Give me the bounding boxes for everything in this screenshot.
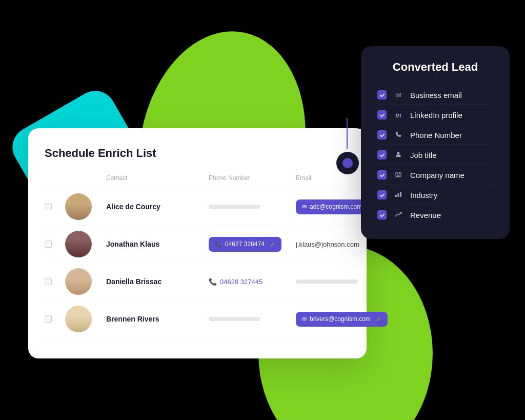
revenue-icon — [393, 211, 404, 219]
lead-item-label: Phone Number — [410, 131, 462, 139]
svg-rect-5 — [395, 195, 397, 197]
table-row: Jonathan Klaus 📞 04627 328474 ✓ j.klaus@… — [45, 226, 350, 263]
lead-checkbox — [377, 110, 387, 119]
phone-cell — [209, 205, 296, 209]
lead-item: in LinkedIn profile — [377, 105, 493, 125]
checkmark-icon — [379, 172, 385, 178]
email-value: j.klaus@johnson.com — [296, 241, 359, 248]
table-header: Contact Phone Number Email — [45, 174, 350, 186]
person-icon — [393, 151, 404, 159]
industry-icon — [393, 191, 404, 199]
connector-dot — [336, 152, 359, 174]
lead-card-title: Converted Lead — [377, 61, 493, 74]
lead-item-label: Company name — [410, 171, 465, 179]
row-checkbox[interactable] — [45, 241, 52, 248]
phone-cell: 📞 04627 328474 ✓ — [209, 237, 296, 252]
svg-rect-2 — [397, 173, 398, 174]
svg-rect-3 — [399, 173, 400, 174]
lead-item: Phone Number — [377, 125, 493, 145]
mail-icon: ✉ — [302, 316, 307, 323]
svg-rect-7 — [400, 192, 401, 197]
phone-pill: 📞 04627 328474 ✓ — [209, 237, 281, 252]
table-row: Daniella Brissac 📞 04628 327445 — [45, 263, 350, 301]
lead-checkbox — [377, 130, 387, 139]
phone-value: 04627 328474 — [225, 241, 265, 248]
svg-rect-6 — [398, 193, 399, 197]
checkmark-icon — [379, 212, 385, 218]
lead-item-label: LinkedIn profile — [410, 111, 462, 119]
lead-item: Industry — [377, 185, 493, 205]
contact-name: Daniella Brissac — [106, 277, 209, 286]
email-value: adc@cognism.com — [310, 203, 362, 210]
phone-cell: 📞 04628 327445 — [209, 277, 296, 286]
phone-value: 04628 327445 — [220, 278, 262, 286]
email-cell: ✉ brivers@cognism.com ✓ — [296, 312, 383, 327]
lead-item-label: Business email — [410, 91, 462, 99]
phone-plain: 📞 04628 327445 — [209, 278, 262, 286]
scene: Schedule Enrich List Contact Phone Numbe… — [0, 0, 525, 420]
checkmark-icon — [379, 192, 385, 198]
mail-icon: ✉ — [393, 91, 404, 99]
lead-item: Revenue — [377, 205, 493, 225]
checkmark-icon — [379, 92, 385, 98]
row-checkbox[interactable] — [45, 278, 52, 285]
email-muted — [296, 279, 357, 284]
avatar — [65, 306, 92, 332]
lead-item: ✉ Business email — [377, 85, 493, 105]
linkedin-icon: in — [393, 111, 404, 119]
lead-checkbox — [377, 170, 387, 179]
converted-lead-card: Converted Lead ✉ Business email in Linke… — [361, 46, 510, 239]
row-checkbox[interactable] — [45, 203, 52, 210]
phone-muted — [209, 317, 260, 321]
phone-icon: 📞 — [209, 278, 217, 286]
col-phone: Phone Number — [209, 174, 296, 182]
check-icon: ✓ — [270, 241, 275, 248]
email-pill: ✉ brivers@cognism.com ✓ — [296, 312, 388, 327]
email-cell: j.klaus@johnson.com — [296, 239, 383, 249]
checkmark-icon — [379, 152, 385, 158]
checkmark-icon — [379, 112, 385, 118]
lead-checkbox — [377, 150, 387, 159]
phone-icon — [393, 131, 404, 139]
lead-checkbox — [377, 210, 387, 219]
lead-item-label: Job title — [410, 151, 437, 159]
building-icon — [393, 171, 404, 179]
checkmark-icon — [379, 132, 385, 138]
row-checkbox[interactable] — [45, 315, 52, 323]
lead-checkbox — [377, 90, 387, 99]
avatar — [65, 268, 92, 295]
contact-name: Jonathan Klaus — [106, 240, 209, 248]
mail-icon: ✉ — [302, 204, 307, 210]
list-card-title: Schedule Enrich List — [45, 147, 350, 160]
enrich-list-card: Schedule Enrich List Contact Phone Numbe… — [28, 128, 367, 358]
avatar — [65, 193, 92, 220]
check-icon: ✓ — [376, 315, 381, 323]
email-value: brivers@cognism.com — [310, 315, 371, 323]
lead-item: Company name — [377, 165, 493, 185]
connector-line — [347, 118, 348, 149]
phone-icon: 📞 — [215, 241, 222, 248]
phone-muted — [209, 205, 260, 209]
lead-item: Job title — [377, 145, 493, 165]
phone-cell — [209, 317, 296, 321]
table-row: Brennen Rivers ✉ brivers@cognism.com ✓ — [45, 301, 350, 338]
lead-item-label: Revenue — [410, 211, 441, 219]
lead-item-label: Industry — [410, 191, 437, 199]
avatar — [65, 231, 92, 257]
svg-rect-4 — [397, 175, 399, 177]
email-cell — [296, 279, 383, 284]
table-row: Alice de Courcy ✉ adc@cognism.com ✓ — [45, 188, 350, 226]
svg-point-0 — [397, 152, 400, 154]
col-contact: Contact — [106, 174, 209, 182]
contact-name: Alice de Courcy — [106, 203, 209, 211]
lead-checkbox — [377, 190, 387, 199]
contact-name: Brennen Rivers — [106, 315, 209, 323]
